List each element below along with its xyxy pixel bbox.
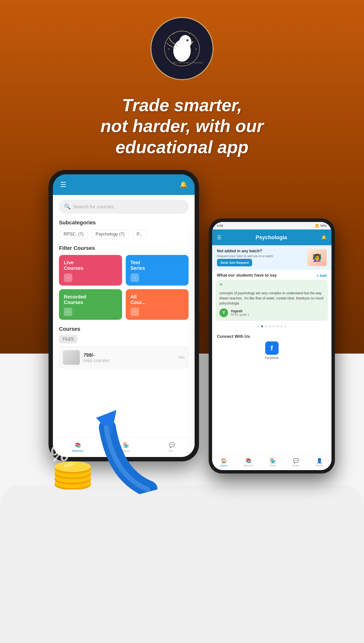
home-label: Home [220, 464, 228, 467]
test-series-label: TestSeries [130, 260, 184, 271]
main-phone-content: 🔍 Search for courses Subcategories RPSC,… [53, 195, 194, 438]
filter-courses-title: Filter Courses [59, 245, 188, 251]
dot-2 [265, 325, 267, 327]
all-courses-label: AllCour... [130, 294, 184, 305]
small-bell-icon[interactable]: 🔔 [321, 235, 327, 240]
carousel-dots: ‹ › [212, 321, 332, 332]
prev-arrow[interactable]: ‹ [258, 324, 259, 329]
headline-line2: not harder, with our [73, 116, 291, 137]
dot-5 [277, 325, 278, 327]
join-batch-text: Not added in any batch? Request your tut… [217, 249, 305, 266]
wifi-icon: 📶 [315, 224, 319, 228]
small-nav-store[interactable]: 🏪 Store [270, 458, 276, 467]
bell-icon[interactable]: 🔔 [180, 181, 187, 188]
join-batch-desc: Request your tutor to add you in a batch [217, 254, 305, 258]
small-nav-home[interactable]: 🏠 Home [220, 458, 228, 467]
author-avatar: Y [219, 308, 228, 317]
subcategories-list: RPSC, (7) Psychology (7) P... [59, 230, 188, 239]
courses-section-title: Courses [59, 326, 188, 332]
dot-6 [280, 325, 282, 327]
course-info-1: 799/- FREE CONTENT [84, 352, 174, 363]
connect-title: Connect With Us [217, 334, 327, 339]
search-placeholder: Search for courses [73, 204, 114, 210]
connect-section: Connect With Us f Facebook [212, 332, 332, 361]
filter-live-courses[interactable]: LiveCourses → [59, 255, 122, 286]
nav-ch[interactable]: 💬 Ch... [169, 442, 175, 453]
facebook-social: f Facebook [217, 341, 327, 360]
hero-headline: Trade smarter, not harder, with our educ… [73, 95, 291, 158]
ch-label: Ch... [169, 449, 175, 453]
author-role: RPSC grade 1 [230, 313, 249, 316]
svg-text:DEV INVISIBLE TRADING: DEV INVISIBLE TRADING [173, 62, 203, 64]
logo-container: ★ ★ ★ ★ DEV INVISIBLE TRADING [148, 15, 216, 83]
course-thumb-1 [63, 350, 80, 365]
chats-icon: 💬 [293, 458, 299, 463]
percent-decoration: % [50, 441, 69, 466]
batches-icon-small: 📚 [246, 458, 252, 463]
filter-recorded-courses[interactable]: RecordedCourses → [59, 289, 122, 320]
filter-grid: LiveCourses → TestSeries → RecordedCours… [59, 255, 188, 320]
facebook-label: Facebook [265, 356, 278, 360]
search-bar[interactable]: 🔍 Search for courses [59, 200, 188, 213]
filter-all-courses[interactable]: AllCour... → [126, 289, 189, 320]
headline-line3: educational app [73, 137, 291, 158]
testimonials-title: What our students have to say [217, 273, 277, 278]
phones-container: ☰ 🔔 🔍 Search for courses Subcategories R… [36, 170, 328, 558]
eagle-logo-svg: ★ ★ ★ ★ DEV INVISIBLE TRADING [160, 27, 204, 71]
subcategory-chip-more[interactable]: P... [132, 230, 147, 239]
status-icons: 📶 58% [315, 224, 327, 228]
testimonial-text: concepts of psychology are very complex … [219, 291, 324, 306]
home-icon: 🏠 [221, 458, 227, 463]
filter-test-series[interactable]: TestSeries → [126, 255, 189, 286]
svg-text:★: ★ [195, 48, 197, 50]
recorded-courses-arrow: → [64, 308, 72, 316]
small-phone-content: Not added in any batch? Request your tut… [212, 245, 332, 454]
subcategories-title: Subcategories [59, 220, 188, 226]
headline-line1: Trade smarter, [73, 95, 291, 116]
small-phone-screen: 6:06 📶 58% ☰ Psychologia 🔔 Not added in … [212, 222, 332, 470]
dot-4 [273, 325, 275, 327]
hamburger-icon[interactable]: ☰ [60, 181, 66, 189]
store-label-small: Store [270, 464, 276, 467]
next-arrow[interactable]: › [284, 324, 286, 329]
dot-3 [269, 325, 271, 327]
subcategory-chip-rpsc[interactable]: RPSC, (7) [59, 230, 88, 239]
course-tab-label: TES [178, 355, 185, 359]
store-icon-small: 🏪 [270, 458, 276, 463]
small-phone: 6:06 📶 58% ☰ Psychologia 🔔 Not added in … [209, 219, 335, 473]
logo-circle: ★ ★ ★ ★ DEV INVISIBLE TRADING [150, 17, 214, 80]
small-nav-profile[interactable]: 👤 Profile [316, 458, 323, 467]
join-batch-illustration: 👩‍🏫 [307, 249, 327, 266]
small-hamburger-icon[interactable]: ☰ [217, 235, 221, 240]
battery-indicator: 58% [320, 224, 327, 228]
ch-icon: 💬 [169, 442, 175, 448]
small-nav-batches[interactable]: 📚 Batches [244, 458, 253, 467]
testimonial-author: Y Yogesh RPSC grade 1 [219, 308, 324, 317]
batches-label-small: Batches [244, 464, 253, 467]
profile-label: Profile [316, 464, 323, 467]
dot-1 [261, 325, 263, 327]
add-testimonial-button[interactable]: + Add [316, 273, 327, 278]
live-courses-arrow: → [64, 273, 72, 282]
course-content-label: FREE CONTENT [84, 359, 174, 363]
quote-mark: " [219, 283, 324, 289]
author-name: Yogesh [230, 309, 249, 313]
chats-label: Chats [292, 464, 300, 467]
send-join-request-button[interactable]: Send Join Request [217, 259, 252, 266]
course-price-1: 799/- [84, 352, 174, 358]
small-app-title: Psychologia [256, 234, 287, 241]
all-courses-arrow: → [130, 308, 139, 316]
svg-text:★: ★ [168, 48, 170, 50]
search-icon: 🔍 [64, 204, 70, 210]
join-batch-title: Not added in any batch? [217, 249, 305, 253]
course-card-1[interactable]: 799/- FREE CONTENT TES [59, 346, 188, 369]
join-batch-banner: Not added in any batch? Request your tut… [212, 245, 332, 270]
subcategory-chip-psychology[interactable]: Psychology (7) [91, 230, 129, 239]
svg-point-8 [187, 40, 188, 41]
svg-point-5 [179, 35, 191, 49]
live-courses-label: LiveCourses [64, 260, 117, 271]
svg-text:★: ★ [173, 33, 175, 35]
small-nav-chats[interactable]: 💬 Chats [292, 458, 300, 467]
courses-tab-files[interactable]: FILES [59, 335, 78, 343]
facebook-icon[interactable]: f [265, 341, 278, 355]
